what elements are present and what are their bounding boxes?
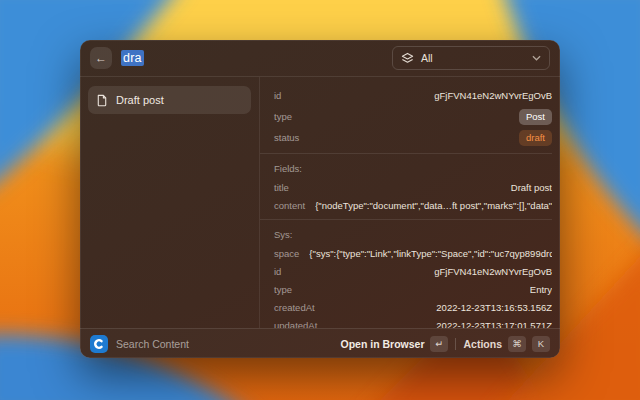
back-button[interactable]: ← — [90, 47, 112, 69]
contentful-icon — [90, 335, 108, 353]
open-in-browser-label: Open in Browser — [340, 338, 424, 350]
detail-row-label: type — [274, 284, 292, 295]
detail-divider — [260, 153, 552, 154]
search-bar: ← dra All — [80, 40, 560, 77]
footer-separator — [455, 338, 456, 350]
detail-row: createdAt2022-12-23T13:16:53.156Z — [274, 298, 552, 316]
command-key-icon: ⌘ — [508, 336, 526, 352]
command-name: Search Content — [116, 338, 189, 350]
detail-row-label: space — [274, 248, 299, 259]
detail-row-label: id — [274, 266, 281, 277]
launcher-window: ← dra All — [80, 40, 560, 358]
arrow-left-icon: ← — [95, 51, 107, 65]
window-body: Draft post idgFjFVN41eN2wNYvrEgOvBtypePo… — [80, 77, 560, 328]
search-input[interactable]: dra — [121, 51, 144, 65]
detail-row-value: {"nodeType":"document","data…ft post","m… — [315, 200, 552, 211]
filter-dropdown-value: All — [421, 52, 433, 64]
detail-value-badge: Post — [519, 109, 552, 125]
document-icon — [96, 94, 108, 107]
k-key-icon: K — [532, 336, 550, 352]
actions-button[interactable]: Actions ⌘ K — [463, 336, 550, 352]
detail-row-value: 2022-12-23T13:16:53.156Z — [436, 302, 552, 313]
detail-row-value: Entry — [530, 284, 552, 295]
detail-row: updatedAt2022-12-23T13:17:01.571Z — [274, 316, 552, 328]
detail-row-label: updatedAt — [274, 320, 317, 329]
footer-actions: Open in Browser ↵ Actions ⌘ K — [340, 336, 550, 352]
detail-row-value: Draft post — [511, 182, 552, 193]
stack-icon — [401, 52, 414, 65]
detail-rows: idgFjFVN41eN2wNYvrEgOvBtypePoststatusdra… — [274, 85, 552, 328]
detail-divider — [260, 219, 552, 220]
open-in-browser-button[interactable]: Open in Browser ↵ — [340, 336, 448, 352]
search-input-selected-text: dra — [121, 50, 144, 66]
action-bar: Search Content Open in Browser ↵ Actions… — [80, 328, 560, 358]
detail-row: content{"nodeType":"document","data…ft p… — [274, 196, 552, 214]
actions-label: Actions — [463, 338, 502, 350]
detail-section-label: Sys: — [274, 225, 552, 244]
enter-key-icon: ↵ — [430, 336, 448, 352]
detail-row-label: status — [274, 132, 299, 143]
filter-dropdown[interactable]: All — [392, 46, 550, 70]
detail-row: titleDraft post — [274, 178, 552, 196]
detail-row: idgFjFVN41eN2wNYvrEgOvB — [274, 85, 552, 106]
detail-row: statusdraft — [274, 127, 552, 148]
detail-row: typePost — [274, 106, 552, 127]
list-item-title: Draft post — [116, 94, 164, 106]
detail-section-label: Fields: — [274, 159, 552, 178]
detail-panel: idgFjFVN41eN2wNYvrEgOvBtypePoststatusdra… — [260, 77, 560, 328]
detail-row-label: content — [274, 200, 305, 211]
detail-row-value: gFjFVN41eN2wNYvrEgOvB — [434, 266, 552, 277]
results-list: Draft post — [80, 77, 260, 328]
detail-row-label: createdAt — [274, 302, 315, 313]
detail-value-badge: draft — [519, 130, 552, 146]
detail-row-value: gFjFVN41eN2wNYvrEgOvB — [434, 90, 552, 101]
detail-row: typeEntry — [274, 280, 552, 298]
detail-row-value: 2022-12-23T13:17:01.571Z — [436, 320, 552, 329]
chevron-down-icon — [532, 55, 541, 61]
detail-row-label: id — [274, 90, 281, 101]
detail-row: idgFjFVN41eN2wNYvrEgOvB — [274, 262, 552, 280]
detail-row-label: title — [274, 182, 289, 193]
detail-row: space{"sys":{"type":"Link","linkType":"S… — [274, 244, 552, 262]
detail-row-value: {"sys":{"type":"Link","linkType":"Space"… — [309, 248, 552, 259]
desktop: ← dra All — [0, 0, 640, 400]
list-item[interactable]: Draft post — [88, 86, 251, 114]
detail-row-label: type — [274, 111, 292, 122]
